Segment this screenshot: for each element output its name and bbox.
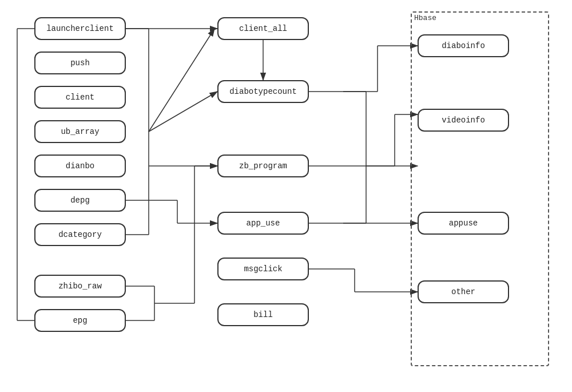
hbase-box xyxy=(411,11,549,366)
node-push: push xyxy=(34,52,126,74)
node-client-all: client_all xyxy=(217,17,309,40)
node-other: other xyxy=(418,280,509,303)
node-appuse: appuse xyxy=(418,212,509,235)
node-launcherclient: launcherclient xyxy=(34,17,126,40)
node-epg: epg xyxy=(34,309,126,332)
node-diabotypecount: diabotypecount xyxy=(217,80,309,103)
node-client: client xyxy=(34,86,126,109)
node-dianbo: dianbo xyxy=(34,155,126,177)
node-dcategory: dcategory xyxy=(34,223,126,246)
node-zb-program: zb_program xyxy=(217,155,309,177)
svg-line-10 xyxy=(149,92,217,132)
node-videoinfo: videoinfo xyxy=(418,109,509,132)
node-bill: bill xyxy=(217,303,309,326)
node-zhibo-raw: zhibo_raw xyxy=(34,275,126,298)
node-msgclick: msgclick xyxy=(217,258,309,280)
node-ub-array: ub_array xyxy=(34,120,126,143)
diagram: Hbase launcherclient push client ub_arra… xyxy=(0,0,572,392)
svg-line-7 xyxy=(149,29,214,132)
hbase-label: Hbase xyxy=(414,14,436,22)
node-diaboinfo: diaboinfo xyxy=(418,34,509,57)
node-depg: depg xyxy=(34,189,126,212)
node-app-use: app_use xyxy=(217,212,309,235)
